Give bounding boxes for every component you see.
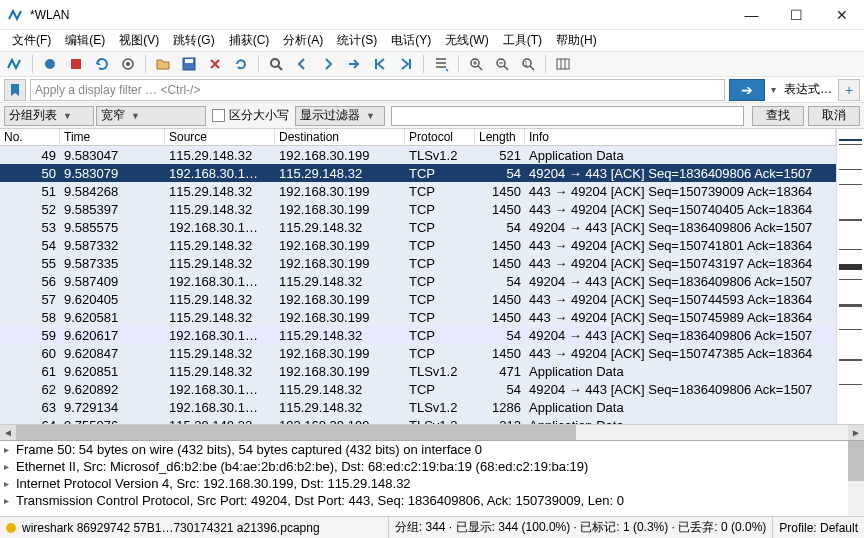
close-button[interactable]: ✕	[819, 0, 864, 29]
detail-tree-item[interactable]: ▸Frame 50: 54 bytes on wire (432 bits), …	[0, 441, 864, 458]
menu-item-2[interactable]: 视图(V)	[113, 30, 165, 51]
cancel-button[interactable]: 取消	[808, 106, 860, 126]
packet-row[interactable]: 619.620851115.29.148.32192.168.30.199TLS…	[0, 362, 836, 380]
col-no[interactable]: No.	[0, 129, 60, 145]
svg-text:1: 1	[524, 60, 528, 67]
case-sensitive-checkbox[interactable]: 区分大小写	[212, 107, 289, 124]
status-file: wireshark 86929742 57B1…730174321 a21396…	[22, 521, 320, 535]
packet-minimap-scrollbar[interactable]	[836, 129, 864, 424]
packet-row[interactable]: 589.620581115.29.148.32192.168.30.199TCP…	[0, 308, 836, 326]
packet-row[interactable]: 579.620405115.29.148.32192.168.30.199TCP…	[0, 290, 836, 308]
packet-row[interactable]: 529.585397115.29.148.32192.168.30.199TCP…	[0, 200, 836, 218]
zoom-out-button[interactable]	[491, 53, 513, 75]
open-file-button[interactable]	[152, 53, 174, 75]
svg-rect-18	[557, 59, 569, 69]
minimize-button[interactable]: —	[729, 0, 774, 29]
details-vscroll[interactable]	[848, 441, 864, 516]
menu-bar: 文件(F)编辑(E)视图(V)跳转(G)捕获(C)分析(A)统计(S)电话(Y)…	[0, 30, 864, 51]
apply-filter-button[interactable]: ➔	[729, 79, 765, 101]
go-last-button[interactable]	[395, 53, 417, 75]
packet-row[interactable]: 599.620617192.168.30.1…115.29.148.32TCP5…	[0, 326, 836, 344]
packet-row[interactable]: 629.620892192.168.30.1…115.29.148.32TCP5…	[0, 380, 836, 398]
close-file-button[interactable]	[204, 53, 226, 75]
packet-list[interactable]: No. Time Source Destination Protocol Len…	[0, 129, 836, 424]
auto-scroll-button[interactable]	[430, 53, 452, 75]
packet-row[interactable]: 509.583079192.168.30.1…115.29.148.32TCP5…	[0, 164, 836, 182]
main-toolbar: 1	[0, 51, 864, 77]
menu-item-9[interactable]: 工具(T)	[497, 30, 548, 51]
menu-item-3[interactable]: 跳转(G)	[167, 30, 220, 51]
expert-info-icon[interactable]	[6, 523, 16, 533]
title-bar: *WLAN — ☐ ✕	[0, 0, 864, 30]
col-length[interactable]: Length	[475, 129, 525, 145]
reload-button[interactable]	[230, 53, 252, 75]
packet-list-header[interactable]: No. Time Source Destination Protocol Len…	[0, 129, 836, 146]
svg-point-3	[126, 62, 130, 66]
detail-tree-item[interactable]: ▸Ethernet II, Src: Microsof_d6:b2:be (b4…	[0, 458, 864, 475]
checkbox-icon	[212, 109, 225, 122]
detail-tree-item[interactable]: ▸Internet Protocol Version 4, Src: 192.1…	[0, 475, 864, 492]
packet-row[interactable]: 519.584268115.29.148.32192.168.30.199TCP…	[0, 182, 836, 200]
col-time[interactable]: Time	[60, 129, 165, 145]
packet-row[interactable]: 559.587335115.29.148.32192.168.30.199TCP…	[0, 254, 836, 272]
status-profile[interactable]: Profile: Default	[773, 517, 864, 538]
status-packets: 分组: 344 · 已显示: 344 (100.0%) · 已标记: 1 (0.…	[389, 517, 773, 538]
app-logo-icon	[4, 53, 26, 75]
app-icon	[8, 7, 24, 23]
col-info[interactable]: Info	[525, 129, 836, 145]
menu-item-0[interactable]: 文件(F)	[6, 30, 57, 51]
add-filter-button[interactable]: +	[838, 79, 860, 101]
hscroll-left-icon[interactable]: ◄	[0, 425, 16, 441]
svg-rect-5	[185, 59, 193, 63]
packet-details[interactable]: ▸Frame 50: 54 bytes on wire (432 bits), …	[0, 440, 864, 516]
resize-columns-button[interactable]	[552, 53, 574, 75]
expression-button[interactable]: 表达式…	[782, 81, 834, 98]
find-button[interactable]	[265, 53, 287, 75]
status-bar: wireshark 86929742 57B1…730174321 a21396…	[0, 516, 864, 538]
svg-point-0	[45, 59, 55, 69]
find-button-bar[interactable]: 查找	[752, 106, 804, 126]
svg-line-16	[530, 66, 534, 70]
packet-row[interactable]: 649.755076115.29.148.32192.168.30.199TLS…	[0, 416, 836, 424]
go-forward-button[interactable]	[317, 53, 339, 75]
col-destination[interactable]: Destination	[275, 129, 405, 145]
restart-capture-button[interactable]	[91, 53, 113, 75]
packet-row[interactable]: 569.587409192.168.30.1…115.29.148.32TCP5…	[0, 272, 836, 290]
save-file-button[interactable]	[178, 53, 200, 75]
start-capture-button[interactable]	[39, 53, 61, 75]
detail-tree-item[interactable]: ▸Transmission Control Protocol, Src Port…	[0, 492, 864, 509]
packet-row[interactable]: 549.587332115.29.148.32192.168.30.199TCP…	[0, 236, 836, 254]
search-type-combo[interactable]: 显示过滤器▼	[295, 106, 385, 126]
packet-hscroll[interactable]: ◄ ►	[0, 424, 864, 440]
packet-row[interactable]: 539.585575192.168.30.1…115.29.148.32TCP5…	[0, 218, 836, 236]
zoom-reset-button[interactable]: 1	[517, 53, 539, 75]
go-to-button[interactable]	[343, 53, 365, 75]
find-bar: 分组列表▼ 宽窄▼ 区分大小写 显示过滤器▼ 查找 取消	[0, 103, 864, 129]
search-in-combo[interactable]: 分组列表▼	[4, 106, 94, 126]
maximize-button[interactable]: ☐	[774, 0, 819, 29]
stop-capture-button[interactable]	[65, 53, 87, 75]
packet-row[interactable]: 499.583047115.29.148.32192.168.30.199TLS…	[0, 146, 836, 164]
menu-item-5[interactable]: 分析(A)	[277, 30, 329, 51]
display-filter-input[interactable]: Apply a display filter … <Ctrl-/>	[30, 79, 725, 101]
menu-item-10[interactable]: 帮助(H)	[550, 30, 603, 51]
col-protocol[interactable]: Protocol	[405, 129, 475, 145]
go-first-button[interactable]	[369, 53, 391, 75]
menu-item-1[interactable]: 编辑(E)	[59, 30, 111, 51]
menu-item-6[interactable]: 统计(S)	[331, 30, 383, 51]
col-source[interactable]: Source	[165, 129, 275, 145]
search-charset-combo[interactable]: 宽窄▼	[96, 106, 206, 126]
menu-item-7[interactable]: 电话(Y)	[385, 30, 437, 51]
filter-bookmark-button[interactable]	[4, 79, 26, 101]
packet-row[interactable]: 639.729134192.168.30.1…115.29.148.32TLSv…	[0, 398, 836, 416]
packet-row[interactable]: 609.620847115.29.148.32192.168.30.199TCP…	[0, 344, 836, 362]
menu-item-8[interactable]: 无线(W)	[439, 30, 494, 51]
go-back-button[interactable]	[291, 53, 313, 75]
hscroll-right-icon[interactable]: ►	[848, 425, 864, 441]
zoom-in-button[interactable]	[465, 53, 487, 75]
search-input[interactable]	[391, 106, 744, 126]
svg-line-7	[278, 66, 282, 70]
filter-history-caret[interactable]: ▾	[769, 84, 778, 95]
capture-options-button[interactable]	[117, 53, 139, 75]
menu-item-4[interactable]: 捕获(C)	[223, 30, 276, 51]
